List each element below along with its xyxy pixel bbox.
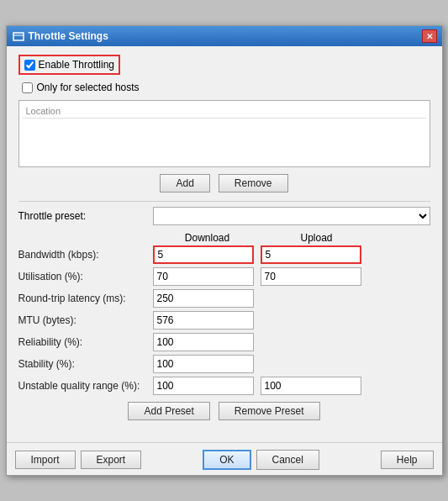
ok-button[interactable]: OK: [203, 450, 250, 470]
location-column-header: Location: [23, 104, 426, 119]
bandwidth-upload-input[interactable]: [261, 245, 361, 264]
preset-label: Throttle preset:: [18, 210, 153, 222]
only-selected-hosts-label: Only for selected hosts: [37, 82, 140, 93]
utilisation-download-input[interactable]: [153, 267, 254, 286]
roundtrip-input[interactable]: [153, 289, 254, 308]
utilisation-label: Utilisation (%):: [18, 271, 153, 282]
main-content: Enable Throttling Only for selected host…: [7, 46, 442, 435]
reliability-label: Reliability (%):: [18, 336, 153, 348]
import-button[interactable]: Import: [15, 451, 76, 469]
bandwidth-label: Bandwidth (kbps):: [18, 249, 153, 261]
location-table: Location: [18, 100, 430, 167]
bottom-left-buttons: Import Export: [15, 451, 142, 469]
stability-input[interactable]: [153, 355, 254, 373]
roundtrip-label: Round-trip latency (ms):: [18, 293, 153, 304]
preset-row: Throttle preset:: [18, 207, 430, 225]
enable-throttling-highlight: Enable Throttling: [18, 55, 121, 75]
utilisation-upload-input[interactable]: [261, 267, 361, 286]
preset-buttons-row: Add Preset Remove Preset: [18, 402, 430, 420]
throttle-settings-window: Throttle Settings ✕ Enable Throttling On…: [6, 25, 443, 476]
divider: [18, 201, 430, 202]
bottom-bar: Import Export OK Cancel Help: [7, 442, 442, 475]
bandwidth-row: Bandwidth (kbps):: [18, 245, 430, 264]
window-icon: [12, 29, 25, 43]
help-button[interactable]: Help: [381, 451, 434, 469]
close-button[interactable]: ✕: [422, 29, 437, 43]
svg-rect-0: [13, 33, 24, 40]
only-selected-hosts-checkbox[interactable]: [22, 82, 33, 93]
cancel-button[interactable]: Cancel: [256, 450, 319, 470]
mtu-row: MTU (bytes):: [18, 311, 430, 330]
stability-label: Stability (%):: [18, 358, 153, 370]
unstable-input-2[interactable]: [261, 377, 361, 395]
unstable-row: Unstable quality range (%):: [18, 377, 430, 395]
only-selected-hosts-row: Only for selected hosts: [22, 82, 430, 93]
add-preset-button[interactable]: Add Preset: [128, 402, 209, 420]
remove-preset-button[interactable]: Remove Preset: [219, 402, 320, 420]
title-bar: Throttle Settings ✕: [7, 26, 442, 46]
roundtrip-row: Round-trip latency (ms):: [18, 289, 430, 308]
unstable-label: Unstable quality range (%):: [18, 380, 153, 392]
upload-col-header: Upload: [262, 232, 372, 244]
enable-throttling-checkbox[interactable]: [24, 60, 35, 71]
reliability-row: Reliability (%):: [18, 333, 430, 351]
export-button[interactable]: Export: [81, 451, 142, 469]
form-section: Throttle preset: Download Upload Bandwid…: [18, 207, 430, 395]
enable-throttling-label: Enable Throttling: [39, 59, 115, 71]
preset-dropdown[interactable]: [153, 207, 430, 225]
utilisation-row: Utilisation (%):: [18, 267, 430, 286]
mtu-label: MTU (bytes):: [18, 314, 153, 326]
bottom-right-buttons: Help: [381, 451, 434, 469]
title-bar-left: Throttle Settings: [12, 29, 108, 43]
title-controls: ✕: [422, 29, 437, 43]
reliability-input[interactable]: [153, 333, 254, 351]
unstable-input-1[interactable]: [153, 377, 254, 395]
bandwidth-download-input[interactable]: [153, 245, 254, 264]
add-remove-row: Add Remove: [18, 174, 430, 192]
bottom-center-buttons: OK Cancel: [203, 450, 319, 470]
add-button[interactable]: Add: [160, 174, 209, 192]
download-col-header: Download: [153, 232, 262, 244]
window-title: Throttle Settings: [29, 30, 108, 42]
mtu-input[interactable]: [153, 311, 254, 330]
stability-row: Stability (%):: [18, 355, 430, 373]
remove-button[interactable]: Remove: [219, 174, 288, 192]
columns-header: Download Upload: [153, 232, 430, 244]
